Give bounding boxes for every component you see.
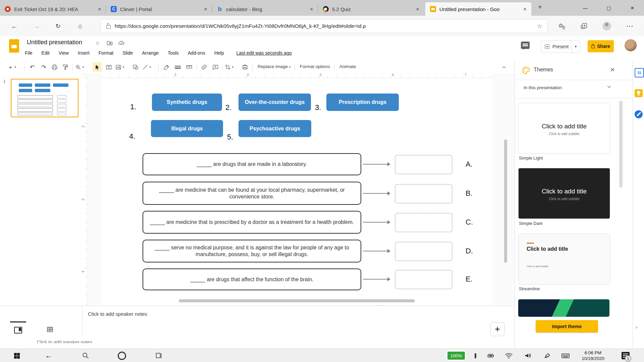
collapse-toolbar-icon[interactable] <box>499 62 508 72</box>
pen-pointer-icon[interactable] <box>470 349 481 362</box>
definition-box[interactable]: _____ are drugs that are made in a labor… <box>143 153 361 175</box>
border-dash-icon[interactable] <box>184 62 194 72</box>
explore-button[interactable] <box>490 322 504 336</box>
tab-close-icon[interactable]: ✕ <box>522 6 528 12</box>
tab-close-icon[interactable]: ✕ <box>203 6 209 12</box>
power-status-icon[interactable] <box>484 349 497 362</box>
theme-card-streamline[interactable]: Click to add title Click to add subtitle <box>518 234 610 285</box>
windows-ink-icon[interactable] <box>540 349 555 362</box>
insert-line-icon[interactable]: ▼ <box>142 62 152 72</box>
last-edit-link[interactable]: Last edit was seconds ago <box>234 50 294 56</box>
tab-close-icon[interactable]: ✕ <box>309 6 315 12</box>
share-button[interactable]: Share <box>588 40 614 52</box>
cloud-status-icon[interactable] <box>118 40 125 47</box>
task-view-icon[interactable] <box>150 349 167 362</box>
settings-menu-icon[interactable]: ⋯ <box>625 22 634 31</box>
star-icon[interactable]: ☆ <box>95 40 100 46</box>
collections-icon[interactable] <box>580 22 588 31</box>
redo-icon[interactable]: ↷ <box>39 62 48 72</box>
import-theme-button[interactable]: Import theme <box>536 320 598 333</box>
answer-box[interactable] <box>395 155 452 174</box>
insert-image-icon[interactable]: ▼ <box>115 62 125 72</box>
select-tool-icon[interactable] <box>93 62 102 72</box>
answer-box[interactable] <box>395 270 452 289</box>
minimize-button[interactable]: — <box>574 0 597 16</box>
start-button[interactable] <box>9 349 24 362</box>
filmstrip-view-icon[interactable] <box>14 327 22 334</box>
home-icon[interactable]: ⌂ <box>76 22 85 31</box>
back-icon[interactable]: ← <box>10 22 19 31</box>
definition-box[interactable]: _____ are medicine that is prescribed by… <box>143 211 361 234</box>
forward-icon[interactable]: → <box>32 22 41 31</box>
menu-view[interactable]: View <box>56 50 71 56</box>
close-button[interactable]: ✕ <box>621 0 644 16</box>
animate-button[interactable]: Animate <box>337 63 358 70</box>
tab-quiz[interactable]: 5.2 Quiz ✕ <box>318 2 424 16</box>
address-bar[interactable]: https://docs.google.com/presentation/d/1… <box>101 19 547 33</box>
keep-icon[interactable] <box>635 89 643 97</box>
border-color-icon[interactable] <box>162 62 171 72</box>
definition-box[interactable]: _____ are medicine that can be found at … <box>143 182 361 205</box>
slide-thumbnail[interactable] <box>11 79 78 117</box>
menu-help[interactable]: Help <box>212 50 227 56</box>
tab-clever[interactable]: C Clever | Portal ✕ <box>106 2 212 16</box>
battery-percent-badge[interactable]: 100% <box>446 349 466 362</box>
term-button-otc[interactable]: Over-the-counter drugs <box>238 94 311 111</box>
panel-scrollbar[interactable] <box>619 101 623 188</box>
present-dropdown[interactable]: ▼ <box>571 40 580 53</box>
theme-card-simple-dark[interactable]: Click to add title Click to add subtitle <box>518 168 610 219</box>
menu-slide[interactable]: Slide <box>120 50 136 56</box>
add-favorite-star-icon[interactable]: ☆ <box>537 22 542 30</box>
refresh-icon[interactable]: ↻ <box>54 22 62 31</box>
theme-card-simple-light[interactable]: Click to add title Click to add subtitle <box>518 103 610 154</box>
tab-bing[interactable]: b calxulator - Bing ✕ <box>212 2 318 16</box>
tab-close-icon[interactable]: ✕ <box>415 6 421 12</box>
favorites-bar-icon[interactable] <box>557 22 566 31</box>
mask-image-icon[interactable] <box>240 62 250 72</box>
answer-box[interactable] <box>395 213 452 232</box>
crop-image-icon[interactable]: ▼ <box>225 62 234 72</box>
text-box-icon[interactable] <box>104 62 113 72</box>
grid-view-icon[interactable] <box>47 327 53 332</box>
term-button-psychoactive[interactable]: Psychoactive drugs <box>238 120 311 137</box>
menu-tools[interactable]: Tools <box>165 50 181 56</box>
wifi-icon[interactable] <box>501 349 516 362</box>
volume-icon[interactable] <box>521 349 535 362</box>
menu-format[interactable]: Format <box>96 50 116 56</box>
close-panel-icon[interactable]: ✕ <box>610 66 615 73</box>
answer-box[interactable] <box>395 242 452 261</box>
tab-close-icon[interactable]: ✕ <box>97 6 103 12</box>
canvas-vertical-scrollbar[interactable] <box>504 139 507 263</box>
hide-side-panel-chevron[interactable]: › <box>636 324 637 330</box>
profile-avatar[interactable] <box>602 22 611 31</box>
definition-box[interactable]: _____ are drugs that affect the function… <box>143 268 361 290</box>
menu-edit[interactable]: Edit <box>39 50 52 56</box>
menu-file[interactable]: File <box>22 50 35 56</box>
term-button-prescription[interactable]: Prescription drugs <box>326 94 399 111</box>
slide-canvas[interactable]: 3 4 5 6 7 2 3 4 1. Synthetic drugs 2. Ov… <box>82 73 515 306</box>
clock[interactable]: 6:06 PM10/19/2020 <box>576 349 610 362</box>
new-tab-button[interactable]: + <box>538 3 542 11</box>
cortana-icon[interactable] <box>113 349 130 362</box>
move-folder-icon[interactable] <box>107 40 113 47</box>
tasks-icon[interactable] <box>635 110 643 118</box>
add-comment-icon[interactable] <box>211 62 220 72</box>
menu-insert[interactable]: Insert <box>75 50 92 56</box>
undo-icon[interactable]: ↶ <box>28 62 37 72</box>
insert-shape-icon[interactable] <box>131 62 140 72</box>
canvas-horizontal-scrollbar[interactable] <box>179 299 415 302</box>
tab-exit-ticket[interactable]: Exit Ticket Oct 19 & 20: HEA ✕ <box>0 2 106 16</box>
theme-card-partial[interactable] <box>518 299 609 317</box>
url-text[interactable]: https://docs.google.com/presentation/d/1… <box>115 23 532 29</box>
print-icon[interactable] <box>50 62 59 72</box>
notification-center-icon[interactable]: 1 <box>617 349 634 362</box>
chevron-down-icon[interactable] <box>606 84 612 90</box>
answer-box[interactable] <box>395 184 452 203</box>
term-button-illegal[interactable]: Illegal drugs <box>151 120 223 137</box>
menu-addons[interactable]: Add-ons <box>185 50 208 56</box>
new-slide-button[interactable]: ＋▼ <box>7 62 17 72</box>
present-button[interactable]: Present <box>541 40 572 53</box>
format-options-button[interactable]: Format options <box>298 63 332 70</box>
tab-slides-active[interactable]: Untitled presentation - Goo ✕ <box>425 2 531 16</box>
taskbar-back-icon[interactable]: ← <box>40 349 57 362</box>
